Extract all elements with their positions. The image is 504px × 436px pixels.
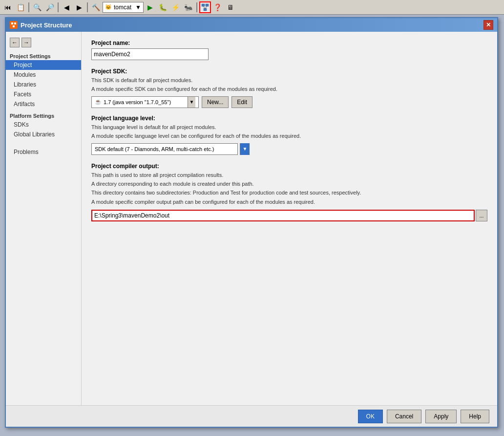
toolbar-btn-zoom-in[interactable]: 🔍	[31, 1, 43, 13]
toolbar-btn-help[interactable]: ❓	[212, 1, 224, 13]
toolbar-btn-2[interactable]: 📋	[15, 1, 26, 13]
toolbar-btn-zoom-out[interactable]: 🔎	[44, 1, 56, 13]
svg-rect-0	[202, 4, 205, 6]
project-structure-icon	[201, 3, 209, 11]
sidebar-item-modules[interactable]: Modules	[6, 70, 81, 80]
project-settings-label: Project Settings	[6, 51, 81, 60]
sdk-dropdown-arrow[interactable]: ▼	[188, 97, 195, 108]
svg-rect-2	[204, 8, 207, 11]
compiler-output-browse-button[interactable]: ...	[476, 210, 487, 221]
toolbar-sep-3	[87, 2, 88, 12]
sidebar-item-sdks[interactable]: SDKs	[6, 120, 81, 130]
nav-back-button[interactable]: ←	[10, 38, 20, 47]
compiler-output-label: Project compiler output:	[91, 163, 487, 170]
language-level-row: SDK default (7 - Diamonds, ARM, multi-ca…	[91, 143, 487, 155]
compiler-desc2: A directory corresponding to each module…	[91, 180, 487, 188]
sidebar-item-facets[interactable]: Facets	[6, 89, 81, 99]
tomcat-label: tomcat	[114, 4, 131, 11]
project-icon	[11, 22, 17, 28]
sidebar-item-problems[interactable]: Problems	[6, 147, 81, 157]
modules-item-label: Modules	[14, 71, 36, 78]
nav-forward-button[interactable]: →	[21, 38, 31, 47]
dialog-body: ← → Project Settings Project Modules Lib…	[6, 32, 497, 405]
toolbar-sep-4	[196, 2, 197, 12]
compiler-output-row: ...	[91, 210, 487, 221]
toolbar-btn-forward[interactable]: ▶	[73, 1, 85, 13]
problems-item-label: Problems	[14, 149, 39, 155]
lang-level-desc1: This language level is default for all p…	[91, 124, 487, 131]
ok-button[interactable]: OK	[358, 410, 383, 423]
lang-level-select[interactable]: SDK default (7 - Diamonds, ARM, multi-ca…	[91, 143, 238, 155]
apply-button[interactable]: Apply	[425, 410, 457, 423]
compiler-desc3: This directory contains two subdirectori…	[91, 189, 487, 196]
toolbar-btn-back[interactable]: ◀	[61, 1, 72, 13]
lang-level-desc2: A module specific language level can be …	[91, 132, 487, 140]
svg-rect-1	[206, 4, 209, 6]
svg-rect-5	[11, 22, 13, 24]
sdk-section-label: Project SDK:	[91, 68, 487, 75]
sidebar-item-project[interactable]: Project	[6, 60, 81, 70]
compiler-desc4: A module specific compiler output path c…	[91, 198, 487, 206]
main-toolbar: ⏮ 📋 🔍 🔎 ◀ ▶ 🔨 🐱 tomcat ▼ ▶ 🐛 ⚡ 🐜 ❓ 🖥	[0, 0, 504, 15]
svg-rect-6	[14, 22, 16, 24]
sdk-select-value: 1.7 (java version "1.7.0_55")	[104, 99, 171, 105]
toolbar-btn-ant[interactable]: 🐜	[183, 1, 194, 13]
tomcat-icon: 🐱	[105, 4, 112, 10]
toolbar-btn-run[interactable]: ▶	[145, 1, 156, 13]
tomcat-dropdown-arrow: ▼	[135, 4, 141, 11]
svg-line-4	[205, 6, 207, 8]
dialog-close-button[interactable]: ✕	[483, 20, 493, 30]
project-name-input[interactable]	[91, 48, 209, 60]
toolbar-tomcat-dropdown[interactable]: 🐱 tomcat ▼	[103, 2, 144, 13]
facets-item-label: Facets	[14, 91, 31, 98]
libraries-item-label: Libraries	[14, 81, 36, 88]
toolbar-btn-extra[interactable]: 🖥	[225, 1, 236, 13]
project-name-label: Project name:	[91, 40, 487, 46]
sdk-select[interactable]: ☕ 1.7 (java version "1.7.0_55") ▼	[91, 96, 199, 108]
dialog-footer: OK Cancel Apply Help	[6, 405, 497, 427]
lang-level-dropdown-arrow[interactable]: ▼	[240, 143, 250, 155]
sidebar: ← → Project Settings Project Modules Lib…	[6, 32, 82, 405]
project-item-label: Project	[14, 62, 32, 68]
svg-line-3	[203, 6, 205, 8]
sidebar-nav-arrows: ← →	[6, 36, 81, 51]
toolbar-btn-coverage[interactable]: ⚡	[170, 1, 182, 13]
main-content: Project name: Project SDK: This SDK is d…	[82, 32, 497, 405]
toolbar-btn-build[interactable]: 🔨	[90, 1, 102, 13]
sdk-desc2: A module specific SDK can be configured …	[91, 86, 487, 93]
compiler-output-input[interactable]	[91, 210, 475, 221]
svg-rect-7	[13, 25, 15, 27]
toolbar-btn-1[interactable]: ⏮	[2, 1, 14, 13]
lang-level-label: Project language level:	[91, 115, 487, 122]
sdk-edit-button[interactable]: Edit	[231, 96, 252, 108]
sidebar-item-artifacts[interactable]: Artifacts	[6, 99, 81, 109]
platform-settings-label: Platform Settings	[6, 109, 81, 120]
sidebar-item-global-libraries[interactable]: Global Libraries	[6, 130, 81, 139]
dialog-title-icon	[10, 21, 18, 29]
sdk-desc1: This SDK is default for all project modu…	[91, 77, 487, 84]
toolbar-sep-2	[58, 2, 59, 12]
lang-level-value: SDK default (7 - Diamonds, ARM, multi-ca…	[95, 146, 214, 152]
sdk-select-icon: ☕	[95, 99, 102, 105]
dialog-title: Project Structure	[21, 22, 72, 29]
compiler-desc1: This path is used to store all project c…	[91, 172, 487, 179]
sidebar-item-libraries[interactable]: Libraries	[6, 80, 81, 89]
sdk-new-button[interactable]: New...	[202, 96, 229, 108]
dialog-titlebar: Project Structure ✕	[6, 18, 497, 32]
artifacts-item-label: Artifacts	[14, 101, 35, 108]
project-structure-dialog: Project Structure ✕ ← → Project Settings…	[5, 17, 498, 428]
toolbar-sep-1	[28, 2, 29, 12]
toolbar-btn-debug[interactable]: 🐛	[157, 1, 169, 13]
global-libraries-item-label: Global Libraries	[14, 131, 55, 138]
sdk-row: ☕ 1.7 (java version "1.7.0_55") ▼ New...…	[91, 96, 487, 108]
help-button[interactable]: Help	[461, 410, 489, 423]
sdks-item-label: SDKs	[14, 121, 29, 128]
toolbar-btn-project-structure[interactable]	[199, 1, 211, 13]
cancel-button[interactable]: Cancel	[387, 410, 421, 423]
